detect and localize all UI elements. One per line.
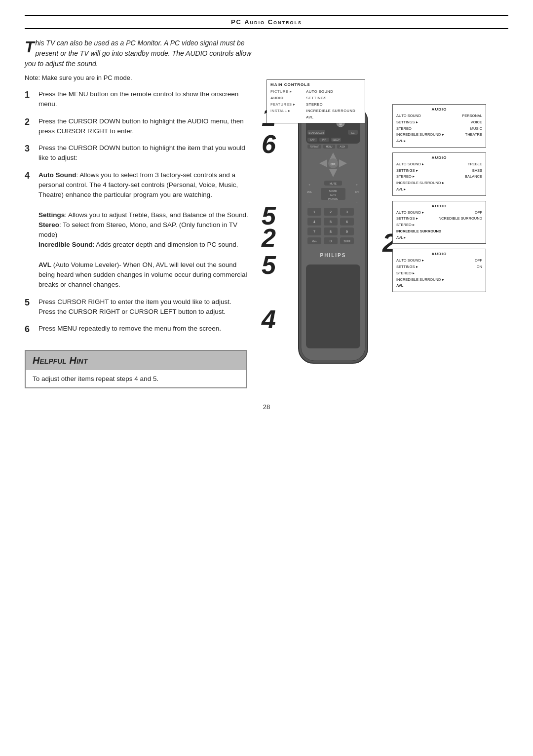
header-title: PC Audio Controls xyxy=(231,18,302,26)
svg-text:A/CH: A/CH xyxy=(340,146,345,148)
svg-text:0: 0 xyxy=(330,239,332,243)
step-5: 5 Press CURSOR RIGHT to enter the item y… xyxy=(25,297,252,317)
diagram-label-5b: 5 xyxy=(262,252,276,278)
mc-row-3-right: Stereo xyxy=(306,102,361,108)
step-4-bold3: Stereo xyxy=(38,221,59,228)
mc-row-5-left xyxy=(270,114,301,120)
menu-panel-1-row3: StereoMusic xyxy=(396,126,482,132)
step-4-bold2: Settings xyxy=(38,211,65,219)
svg-text:SOUND: SOUND xyxy=(329,190,338,192)
svg-text:6: 6 xyxy=(346,220,348,224)
steps-column: 1 Press the MENU button on the remote co… xyxy=(25,89,252,388)
svg-text:9: 9 xyxy=(346,230,348,233)
main-controls-grid: Picture ▸Auto Sound AudioSettings Featur… xyxy=(270,89,361,120)
page-header: PC Audio Controls xyxy=(25,15,508,29)
menu-panel-2-row4: Incredible Surround ▸ xyxy=(396,180,482,187)
menu-panel-1: Audio Auto SoundPersonal Settings ▸Voice… xyxy=(392,104,486,148)
svg-text:AV+: AV+ xyxy=(312,240,316,243)
menu-panel-4-row4: Incredible Surround ▸ xyxy=(396,277,482,283)
menu-panel-1-row1: Auto SoundPersonal xyxy=(396,113,482,119)
step-4-bold1: Auto Sound xyxy=(38,171,76,179)
svg-text:7: 7 xyxy=(313,230,315,233)
step-2-number: 2 xyxy=(25,116,38,128)
svg-text:PHILIPS: PHILIPS xyxy=(320,253,346,258)
svg-text:−: − xyxy=(308,200,310,203)
menu-panel-4-title: Audio xyxy=(396,252,482,256)
step-3-content: Press the CURSOR DOWN button to highligh… xyxy=(38,143,252,163)
step-6-number: 6 xyxy=(25,324,38,335)
mc-row-1-left: Picture ▸ xyxy=(270,89,301,95)
step-4-content: Auto Sound: Allows you to select from 3 … xyxy=(38,170,252,290)
svg-text:PIP: PIP xyxy=(322,139,326,141)
svg-text:3: 3 xyxy=(346,210,348,214)
svg-text:AUTO: AUTO xyxy=(330,194,337,196)
menu-panel-1-row5: AVL ▸ xyxy=(396,138,482,145)
svg-text:SURF: SURF xyxy=(343,240,350,243)
svg-text:4: 4 xyxy=(313,220,315,224)
diagram-label-4: 4 xyxy=(262,306,276,332)
step-4-bold5: AVL xyxy=(38,261,51,268)
drop-cap: T xyxy=(25,39,35,55)
step-1-number: 1 xyxy=(25,89,38,101)
helpful-hint-box: Helpful Hint To adjust other items repea… xyxy=(25,350,247,388)
svg-text:8: 8 xyxy=(330,230,332,233)
step-2-content: Press the CURSOR DOWN button to highligh… xyxy=(38,116,252,137)
page-number: 28 xyxy=(25,403,508,411)
svg-text:SLEEP: SLEEP xyxy=(333,139,340,141)
svg-text:PICTURE: PICTURE xyxy=(328,198,338,200)
mc-row-2-right: Settings xyxy=(306,95,361,101)
menu-panel-3-row4: Incredible Surround xyxy=(396,228,482,235)
svg-text:STATUS/EXIT: STATUS/EXIT xyxy=(308,131,324,134)
svg-text:CH: CH xyxy=(355,190,359,193)
svg-text:VOL: VOL xyxy=(307,190,312,193)
svg-text:SAP: SAP xyxy=(310,139,314,141)
svg-text:CC: CC xyxy=(351,131,355,134)
step-3: 3 Press the CURSOR DOWN button to highli… xyxy=(25,143,252,163)
menu-panel-3-row1: Auto Sound ▸Off xyxy=(396,210,482,216)
step-5-content: Press CURSOR RIGHT to enter the item you… xyxy=(38,297,252,317)
intro-text: T his TV can also be used as a PC Monito… xyxy=(25,38,252,69)
main-controls-title: Main Controls xyxy=(270,82,361,87)
step-4-number: 4 xyxy=(25,170,38,182)
svg-text:FORMAT: FORMAT xyxy=(310,146,319,148)
menu-panel-4-row1: Auto Sound ▸Off xyxy=(396,258,482,264)
mc-row-1-right: Auto Sound xyxy=(306,89,361,95)
step-1: 1 Press the MENU button on the remote co… xyxy=(25,89,252,110)
menu-panel-1-title: Audio xyxy=(396,107,482,112)
step-6: 6 Press MENU repeatedly to remove the me… xyxy=(25,324,252,335)
step-6-content: Press MENU repeatedly to remove the menu… xyxy=(38,324,252,334)
diagram-area: 1 6 5 2 5 4 xyxy=(262,104,498,380)
svg-text:MENU: MENU xyxy=(326,146,332,148)
menu-panel-3-row3: Stereo ▸ xyxy=(396,222,482,228)
remote-svg-wrapper: ⏻ POWER STATUS/EXIT CC SAP xyxy=(289,104,378,372)
svg-text:−: − xyxy=(356,200,358,203)
mc-row-4-left: Install ▸ xyxy=(270,108,301,114)
helpful-hint-title: Helpful Hint xyxy=(26,351,246,370)
menu-panel-3-row2: Settings ▸Incredible Surround xyxy=(396,216,482,222)
svg-text:MUTE: MUTE xyxy=(330,182,337,185)
mc-row-4-right: Incredible Surround xyxy=(306,108,361,114)
menu-panels: Audio Auto SoundPersonal Settings ▸Voice… xyxy=(392,104,486,292)
diagram-label-2a: 2 xyxy=(262,225,276,251)
menu-panel-2-row5: AVL ▸ xyxy=(396,187,482,193)
menu-panel-2-row3: Stereo ▸Balance xyxy=(396,174,482,180)
step-4: 4 Auto Sound: Allows you to select from … xyxy=(25,170,252,290)
menu-panel-2-row2: Settings ▸Bass xyxy=(396,168,482,174)
step-3-number: 3 xyxy=(25,143,38,154)
step-1-content: Press the MENU button on the remote cont… xyxy=(38,89,252,110)
svg-text:+: + xyxy=(308,183,310,186)
intro-italic: his TV can also be used as a PC Monitor.… xyxy=(25,39,251,68)
menu-panel-2: Audio Auto Sound ▸Treble Settings ▸Bass … xyxy=(392,152,486,196)
menu-panel-2-row1: Auto Sound ▸Treble xyxy=(396,161,482,168)
menu-panel-4-row5: AVL xyxy=(396,283,482,289)
menu-panel-4-row2: Settings ▸On xyxy=(396,264,482,270)
menu-panel-3: Audio Auto Sound ▸Off Settings ▸Incredib… xyxy=(392,201,486,244)
right-diagram-column: Main Controls Picture ▸Auto Sound AudioS… xyxy=(262,79,508,388)
mc-row-2-left: Audio xyxy=(270,95,301,101)
svg-text:+: + xyxy=(356,183,358,186)
step-4-bold4: Incredible Sound xyxy=(38,241,93,248)
diagram-label-6: 6 xyxy=(262,131,276,157)
remote-svg: ⏻ POWER STATUS/EXIT CC SAP xyxy=(289,104,378,371)
svg-rect-65 xyxy=(306,265,360,348)
mc-row-5-right: AVL xyxy=(306,114,361,120)
